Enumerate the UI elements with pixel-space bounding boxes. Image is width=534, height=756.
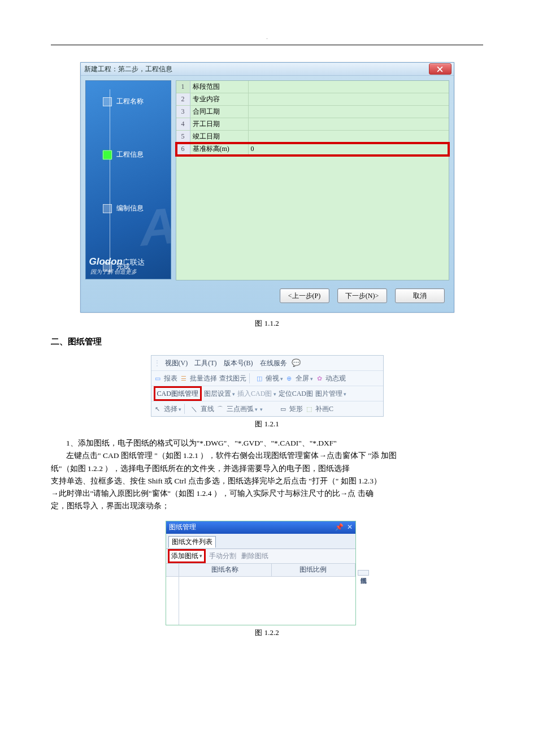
row-label: 标段范围 — [190, 81, 249, 93]
figure-caption: 图 1.1.2 — [51, 318, 483, 329]
dock-tab-drawing-properties[interactable]: 图纸属性 — [358, 570, 369, 576]
menu-online[interactable]: 在线服务 — [258, 358, 289, 368]
pin-icon[interactable]: 📌 — [335, 523, 344, 532]
row-index: 1 — [176, 81, 190, 93]
menu-version[interactable]: 版本号(B) — [222, 358, 255, 368]
right-dock: 图纸属性 — [358, 521, 369, 625]
select-tool-button[interactable]: 选择 — [164, 404, 181, 414]
grid-row[interactable]: 3 合同工期 — [176, 106, 449, 118]
row-index: 4 — [176, 118, 190, 130]
menu-tool[interactable]: 工具(T) — [192, 358, 219, 368]
paragraph: 定，图纸导入，界面出现滚动条； — [51, 500, 483, 512]
top-view-button[interactable]: 俯视 — [266, 374, 283, 383]
row-value[interactable] — [249, 93, 449, 105]
row-index: 5 — [176, 131, 190, 142]
wizard-step-author[interactable]: 编制信息 — [103, 204, 144, 213]
panel-close-icon[interactable]: ✕ — [347, 523, 353, 532]
panel-toolbar: 添加图纸▾ 手动分割 删除图纸 — [166, 549, 355, 564]
col-drawing-ratio[interactable]: 图纸比例 — [272, 564, 355, 576]
section-heading: 二、图纸管理 — [51, 336, 483, 347]
brand-slogan: 因为了解 创造更多 — [90, 268, 137, 276]
cad-drawing-manage-button[interactable]: CAD图纸管理 — [154, 386, 202, 401]
figure-caption: 图 1.2.1 — [51, 419, 483, 429]
layer-settings-button[interactable]: 图层设置 — [204, 389, 235, 399]
batch-select-button[interactable]: 批量选择 — [190, 374, 217, 383]
figure-caption: 图 1.2.2 — [51, 628, 483, 638]
step-label: 工程名称 — [116, 97, 144, 106]
rect-tool-button[interactable]: 矩形 — [289, 404, 303, 414]
col-drawing-name[interactable]: 图纸名称 — [179, 564, 272, 576]
paragraph: →此时弹出"请输入原图比例"窗体"（如图 1.2.4 ），可输入实际尺寸与标注尺… — [51, 487, 483, 500]
row-label: 专业内容 — [190, 93, 249, 105]
row-label: 竣工日期 — [190, 131, 249, 142]
cursor-icon: ↖ — [154, 405, 162, 413]
line-tool-button[interactable]: 直线 — [201, 404, 214, 414]
dialog-title: 新建工程：第二步，工程信息 — [81, 64, 172, 74]
batch-icon: ☰ — [180, 374, 188, 382]
toolbar-figure: ⋮ 视图(V) 工具(T) 版本号(B) 在线服务 💬 ▭ 报表 ☰ 批量选择 … — [151, 355, 384, 417]
panel-column-headers: 图纸名称 图纸比例 — [166, 564, 355, 577]
top-rule — [51, 45, 483, 45]
delete-drawing-button[interactable]: 删除图纸 — [240, 551, 270, 561]
insert-cad-button[interactable]: 插入CAD图 — [237, 389, 276, 399]
row-label: 合同工期 — [190, 106, 249, 118]
toolbar-row-view: ▭ 报表 ☰ 批量选择 查找图元 ◫ 俯视 ⊕ 全屏 ✿ 动态观 — [151, 371, 383, 386]
report-icon: ▭ — [154, 374, 162, 382]
toolbar-row-cad: CAD图纸管理 图层设置 插入CAD图 定位CAD图 图片管理 — [151, 386, 383, 401]
picture-manage-button[interactable]: 图片管理 — [315, 389, 346, 399]
paragraph: 左键点击" CAD 图纸管理 "（如图 1.2.1 ），软件右侧会出现图纸管理窗… — [51, 450, 483, 462]
step-label: 工程信息 — [116, 150, 144, 159]
paragraph: 支持单选、拉框多选、按住 Shift 或 Ctrl 点击多选，图纸选择完毕之后点… — [51, 475, 483, 487]
next-button[interactable]: 下一步(N)> — [337, 288, 387, 303]
fullscreen-button[interactable]: 全屏 — [296, 374, 313, 383]
find-element-button[interactable]: 查找图元 — [219, 374, 246, 383]
locate-cad-button[interactable]: 定位CAD图 — [279, 389, 313, 399]
grid-row-highlighted[interactable]: 6 基准标高(m) 0 — [176, 143, 449, 155]
fill-draw-button[interactable]: 补画C — [315, 404, 333, 414]
panel-title-text: 图纸管理 — [169, 522, 196, 532]
wizard-sidebar: 工程名称 工程信息 编制信息 完成 A Glodon广联达 — [85, 80, 171, 279]
grid-row[interactable]: 4 开工日期 — [176, 118, 449, 131]
body-text: 1、添加图纸，电子图纸的格式可以为"*.DWG"、"*.GVD"、"*.CADI… — [51, 437, 483, 513]
close-button[interactable] — [429, 63, 451, 75]
close-icon — [437, 66, 443, 72]
wizard-step-info[interactable]: 工程信息 — [103, 150, 144, 159]
row-value[interactable]: 0 — [249, 143, 449, 155]
row-value[interactable] — [249, 131, 449, 142]
arc-icon: ⌒ — [216, 405, 224, 413]
wizard-step-name[interactable]: 工程名称 — [103, 97, 144, 106]
cancel-button[interactable]: 取消 — [395, 288, 445, 303]
step-marker-active — [103, 150, 112, 159]
prev-button[interactable]: <上一步(P) — [280, 288, 329, 303]
row-label: 开工日期 — [190, 118, 249, 130]
menu-bar: ⋮ 视图(V) 工具(T) 版本号(B) 在线服务 💬 — [151, 356, 383, 371]
empty-dropdown[interactable] — [260, 405, 277, 413]
line-icon: ＼ — [190, 405, 198, 413]
row-value[interactable] — [249, 118, 449, 130]
fullscreen-icon: ⊕ — [285, 374, 293, 382]
grid-row[interactable]: 5 竣工日期 — [176, 131, 449, 143]
row-value[interactable] — [249, 106, 449, 118]
dynamic-observe-button[interactable]: 动态观 — [325, 374, 346, 383]
chat-icon[interactable]: 💬 — [292, 358, 301, 368]
menu-view[interactable]: 视图(V) — [163, 358, 190, 368]
panel-grid-body — [166, 577, 355, 625]
row-index: 6 — [176, 143, 190, 155]
row-index: 2 — [176, 93, 190, 105]
brand-logo: Glodon广联达 — [89, 256, 145, 267]
arc-tool-button[interactable]: 三点画弧 — [227, 404, 258, 414]
step-marker — [103, 97, 112, 106]
tab-drawing-file-list[interactable]: 图纸文件列表 — [168, 536, 216, 548]
add-drawing-button[interactable]: 添加图纸▾ — [168, 549, 206, 563]
paragraph: 1、添加图纸，电子图纸的格式可以为"*.DWG"、"*.GVD"、"*.CADI… — [51, 437, 483, 450]
row-value[interactable] — [249, 81, 449, 93]
manual-split-button[interactable]: 手动分割 — [207, 551, 238, 561]
toolbar-row-draw: ↖ 选择 ＼ 直线 ⌒ 三点画弧 ▭ 矩形 ⬚ 补画C — [151, 401, 383, 416]
grid-row[interactable]: 2 专业内容 — [176, 93, 449, 106]
grid-row[interactable]: 1 标段范围 — [176, 81, 449, 93]
dialog-titlebar: 新建工程：第二步，工程信息 — [81, 63, 454, 76]
report-button[interactable]: 报表 — [164, 374, 177, 383]
top-view-icon: ◫ — [255, 374, 263, 382]
step-marker — [103, 204, 112, 213]
panel-titlebar: 图纸管理 📌 ✕ — [166, 521, 355, 534]
